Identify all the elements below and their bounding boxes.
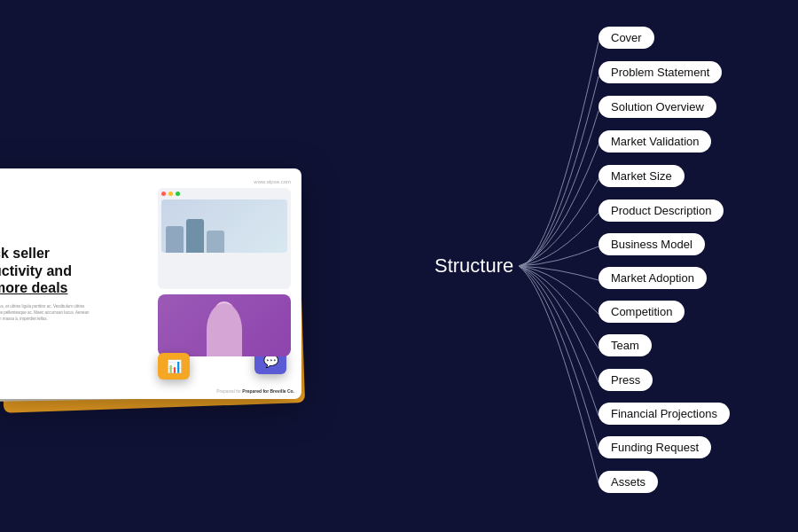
app: www.elpse.com ck seller uctivity and mor… — [0, 0, 798, 532]
slide-stack: www.elpse.com ck seller uctivity and mor… — [0, 71, 310, 408]
slide-headline: ck seller uctivity and more deals — [0, 245, 151, 296]
browser-mockup — [158, 188, 291, 289]
node-cover: Cover — [598, 27, 654, 49]
dot-red — [161, 192, 166, 196]
mind-map-section: Structure — [381, 0, 798, 532]
browser-dots — [161, 192, 287, 196]
slide-body-text: lectus, et ultries ligula porttitor ac. … — [0, 303, 151, 323]
stats-icon: 📊 — [167, 359, 182, 373]
node-assets: Assets — [598, 471, 658, 493]
presentation-mockup: www.elpse.com ck seller uctivity and mor… — [0, 71, 346, 443]
slide-footer: Prepared for Prepared for Breville Co. — [216, 388, 294, 394]
person-figure — [166, 226, 184, 253]
node-financial: Financial Projections — [598, 403, 730, 425]
node-press: Press — [598, 369, 653, 391]
slide-url: www.elpse.com — [0, 179, 291, 184]
person-figure — [186, 219, 204, 253]
dot-green — [176, 192, 180, 196]
node-product: Product Description — [598, 200, 724, 222]
node-market-size: Market Size — [598, 165, 685, 187]
node-competition: Competition — [598, 301, 685, 323]
node-funding: Funding Request — [598, 436, 711, 458]
dot-yellow — [168, 192, 173, 196]
stats-bubble: 📊 — [158, 353, 190, 379]
main-slide: www.elpse.com ck seller uctivity and mor… — [0, 168, 301, 399]
node-market-val: Market Validation — [598, 130, 711, 153]
node-solution: Solution Overview — [598, 96, 716, 118]
node-business: Business Model — [598, 233, 705, 255]
node-problem: Problem Statement — [598, 61, 722, 83]
person-silhouette — [207, 303, 242, 356]
node-team: Team — [598, 334, 652, 356]
slide-text-area: ck seller uctivity and more deals lectus… — [0, 188, 151, 379]
browser-content-img — [161, 200, 287, 253]
people-group — [166, 219, 224, 253]
node-adoption: Market Adoption — [598, 267, 707, 289]
person-figure — [207, 231, 224, 253]
person-photo — [158, 294, 291, 356]
nodes-container: Cover Problem Statement Solution Overvie… — [381, 0, 798, 532]
slide-right-area: 💬 📊 — [158, 188, 291, 379]
